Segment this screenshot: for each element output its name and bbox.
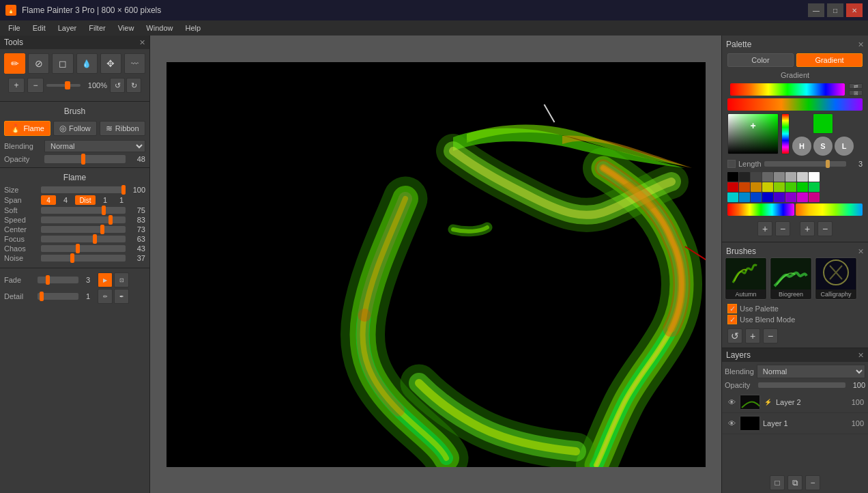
menu-file[interactable]: File <box>3 23 26 33</box>
tool-dropper-button[interactable]: 💧 <box>76 53 98 74</box>
painting-canvas[interactable] <box>167 62 706 467</box>
color-square[interactable]: + <box>727 113 779 154</box>
close-button[interactable]: ✕ <box>846 3 863 17</box>
noise-slider[interactable] <box>41 255 126 262</box>
menu-window[interactable]: Window <box>141 23 178 33</box>
canvas-area[interactable] <box>150 36 721 493</box>
swatch-amber[interactable] <box>751 182 762 192</box>
fade-btn-2[interactable]: ⊡ <box>114 272 129 287</box>
gradient-bar-main[interactable] <box>730 83 845 96</box>
swatch-indigo[interactable] <box>774 193 785 202</box>
swatch-remove2-button[interactable]: − <box>818 221 833 236</box>
layer-1-eye[interactable]: 👁 <box>726 418 737 429</box>
swatch-cyan[interactable] <box>727 193 738 202</box>
tool-pen-button[interactable]: ⊘ <box>28 53 49 74</box>
fade-btn-1[interactable]: ▶ <box>98 272 113 287</box>
layer-item-1[interactable]: 👁 Layer 1 100 <box>722 413 868 434</box>
layers-opacity-slider[interactable] <box>758 382 845 388</box>
brush-reload-button[interactable]: ↺ <box>727 328 742 343</box>
palette-color-tab[interactable]: Color <box>727 53 794 67</box>
swatch-darkblue[interactable] <box>762 193 773 202</box>
speed-slider[interactable] <box>41 216 126 223</box>
swatch-magenta[interactable] <box>797 193 808 202</box>
swatch-skyblue[interactable] <box>739 193 750 202</box>
brush-delete-button[interactable]: − <box>763 328 778 343</box>
brush-mode-follow-button[interactable]: ◎ Follow <box>53 121 97 136</box>
tool-wave-button[interactable]: 〰 <box>124 53 145 74</box>
length-checkbox[interactable] <box>727 160 736 168</box>
menu-help[interactable]: Help <box>179 23 206 33</box>
soft-slider[interactable] <box>41 207 126 214</box>
opacity-slider[interactable] <box>44 155 126 163</box>
menu-view[interactable]: View <box>113 23 140 33</box>
swatch-yellow[interactable] <box>762 182 773 192</box>
gradient-adjust-button[interactable]: ⊞ <box>849 90 863 96</box>
zoom-in-button[interactable]: + <box>8 78 25 93</box>
tool-transform-button[interactable]: ✥ <box>100 53 121 74</box>
swatch-white[interactable] <box>809 172 820 182</box>
swatch-add-button[interactable]: + <box>757 221 772 236</box>
layer-dupe-button[interactable]: ⧉ <box>787 475 802 490</box>
gradient-bar-secondary[interactable] <box>727 98 863 111</box>
zoom-reset-button[interactable]: ↺ <box>110 78 125 93</box>
swatch-green3[interactable] <box>809 182 820 192</box>
swatch-darkgray[interactable] <box>739 172 750 182</box>
brushes-close-button[interactable]: ✕ <box>858 247 864 256</box>
fade-slider[interactable] <box>38 277 78 283</box>
swatch-gray4[interactable] <box>785 172 796 182</box>
layers-close-button[interactable]: ✕ <box>858 351 864 360</box>
swatch-gray1[interactable] <box>751 172 762 182</box>
swatch-gray5[interactable] <box>797 172 808 182</box>
swatch-green1[interactable] <box>785 182 796 192</box>
brush-mode-flame-button[interactable]: 🔥 Flame <box>4 121 50 136</box>
span-box[interactable]: 4 <box>41 195 56 205</box>
swatch-pink[interactable] <box>809 193 820 202</box>
swatch-gray2[interactable] <box>762 172 773 182</box>
menu-layer[interactable]: Layer <box>53 23 83 33</box>
swatch-remove-button[interactable]: − <box>775 221 790 236</box>
layers-blend-select[interactable]: Normal Multiply Screen Overlay <box>757 365 865 378</box>
zoom-out-button[interactable]: − <box>27 78 44 93</box>
use-palette-checkbox[interactable]: ✓ <box>727 304 737 313</box>
chaos-slider[interactable] <box>41 245 126 252</box>
brush-thumb-autumn[interactable]: Autumn <box>725 257 767 300</box>
layer-delete-button[interactable]: − <box>805 475 820 490</box>
hsl-s-button[interactable]: S <box>813 137 833 156</box>
blending-select[interactable]: Normal Multiply Screen Overlay <box>44 140 145 152</box>
swatch-gray3[interactable] <box>774 172 785 182</box>
hsl-l-button[interactable]: L <box>835 137 854 156</box>
palette-gradient-tab[interactable]: Gradient <box>796 53 863 67</box>
layer-item-2[interactable]: 👁 ⚡ Layer 2 100 <box>722 392 868 413</box>
use-blend-checkbox[interactable]: ✓ <box>727 315 737 324</box>
menu-edit[interactable]: Edit <box>27 23 51 33</box>
maximize-button[interactable]: □ <box>827 3 843 17</box>
zoom-refresh-button[interactable]: ↻ <box>126 78 141 93</box>
swatch-purple[interactable] <box>785 193 796 202</box>
length-slider[interactable] <box>764 161 846 167</box>
swatch-red[interactable] <box>727 182 738 192</box>
brush-thumb-calligraphy[interactable]: Calligraphy <box>815 257 857 300</box>
hsl-h-button[interactable]: H <box>792 137 811 156</box>
brush-thumb-biogreen[interactable]: Biogreen <box>770 257 812 300</box>
brush-add-button[interactable]: + <box>745 328 760 343</box>
rainbow-gradient-swatch[interactable] <box>727 203 794 216</box>
focus-slider[interactable] <box>41 236 126 242</box>
hue-slider[interactable] <box>781 113 790 154</box>
swatch-orange[interactable] <box>739 182 750 192</box>
size-slider[interactable] <box>41 186 126 193</box>
gradient-flip-button[interactable]: ⇄ <box>849 83 863 89</box>
minimize-button[interactable]: — <box>808 3 824 17</box>
zoom-slider[interactable] <box>46 84 81 87</box>
detail-slider[interactable] <box>38 293 78 300</box>
brush-mode-ribbon-button[interactable]: ≋ Ribbon <box>100 121 145 136</box>
palette-close-button[interactable]: ✕ <box>858 40 864 49</box>
tool-eraser-button[interactable]: ◻ <box>52 53 73 74</box>
layer-new-button[interactable]: □ <box>770 475 785 490</box>
swatch-lime[interactable] <box>774 182 785 192</box>
detail-btn-2[interactable]: ✒ <box>114 289 129 304</box>
center-slider[interactable] <box>41 226 126 233</box>
swatch-green2[interactable] <box>797 182 808 192</box>
warm-gradient-swatch[interactable] <box>796 203 863 216</box>
swatch-blue[interactable] <box>751 193 762 202</box>
tools-close-button[interactable]: ✕ <box>139 38 145 47</box>
